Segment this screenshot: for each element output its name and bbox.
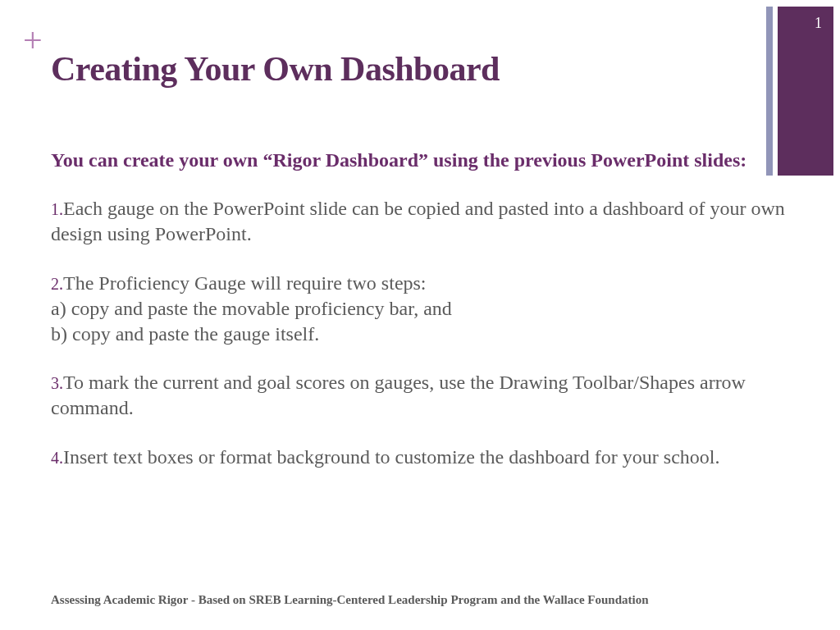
list-text: To mark the current and goal scores on g… [51, 372, 746, 418]
slide-title: Creating Your Own Dashboard [51, 49, 500, 89]
footer-text: Assessing Academic Rigor - Based on SREB… [51, 593, 649, 607]
plus-decoration-icon: + [23, 23, 43, 57]
list-number: 1. [51, 200, 63, 218]
intro-text: You can create your own “Rigor Dashboard… [51, 148, 789, 173]
page-number: 1 [815, 15, 822, 32]
slide-content: You can create your own “Rigor Dashboard… [51, 148, 789, 493]
list-text: Insert text boxes or format background t… [63, 446, 719, 468]
list-number: 4. [51, 449, 63, 467]
list-item: 2.The Proficiency Gauge will require two… [51, 271, 789, 348]
list-text: The Proficiency Gauge will require two s… [51, 272, 452, 345]
list-item: 1.Each gauge on the PowerPoint slide can… [51, 196, 789, 247]
list-text: Each gauge on the PowerPoint slide can b… [51, 198, 785, 244]
list-item: 3.To mark the current and goal scores on… [51, 370, 789, 421]
list-number: 3. [51, 374, 63, 392]
list-item: 4.Insert text boxes or format background… [51, 445, 789, 470]
list-number: 2. [51, 275, 63, 293]
